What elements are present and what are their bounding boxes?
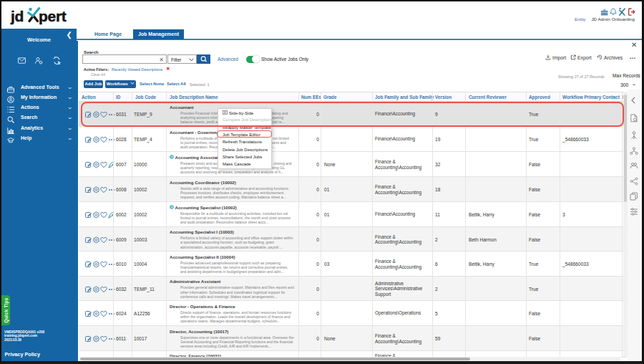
svg-text:jd: jd xyxy=(10,8,24,24)
svg-text:pert: pert xyxy=(39,8,67,24)
